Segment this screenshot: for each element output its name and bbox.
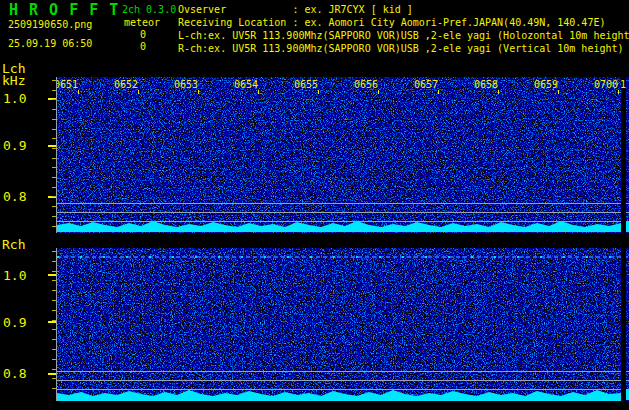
time-axis-label: 0652 (112, 80, 138, 90)
rch-freq-tick-0_9: 0.9 (3, 316, 26, 329)
datetime-label: 25.09.19 06:50 (8, 38, 92, 50)
rch-edge-gap (621, 248, 626, 401)
rch-freq-tick-1_0: 1.0 (3, 269, 26, 282)
rch-noise-texture (57, 248, 621, 401)
meteor-count-lch: 0 (106, 29, 146, 41)
lch-noise-texture (57, 77, 621, 233)
lch-reference-line (57, 203, 629, 204)
meteor-count-rch: 0 (106, 41, 146, 53)
observer-info-line: Ovserver : ex. JR7CYX [ kid ] (178, 4, 413, 16)
rch-channel-label: Rch (2, 239, 25, 251)
hrofft-window: H R O F F T 2ch 0.3.0 2509190650.png met… (0, 0, 629, 410)
time-axis-label: 0657 (412, 80, 438, 90)
app-title: H R O F F T (9, 3, 119, 17)
lch-freq-tick-0_9: 0.9 (3, 139, 26, 152)
location-info-line: Receiving Location : ex. Aomori City Aom… (178, 17, 605, 29)
lch-freq-tick-0_8: 0.8 (3, 190, 26, 203)
mode-label: meteor (124, 17, 160, 29)
filename-label: 2509190650.png (8, 19, 92, 31)
lch-reference-line (57, 212, 629, 213)
lch-spectrogram: 0651 0652 0653 0654 0655 0656 0657 0658 … (57, 77, 629, 233)
rch-spectrogram (57, 248, 629, 401)
time-axis-label: 0653 (172, 80, 198, 90)
lch-freq-tick-1_0: 1.0 (3, 92, 26, 105)
rch-reference-line (57, 371, 629, 372)
time-axis-label: 0655 (292, 80, 318, 90)
lch-carrier-band (57, 219, 621, 232)
time-axis-label: 0659 (532, 80, 558, 90)
time-axis-label: 0654 (232, 80, 258, 90)
rch-freq-tick-0_8: 0.8 (3, 367, 26, 380)
rch-rx-info-line: R-ch:ex. UV5R 113.900Mhz(SAPPORO VOR)USB… (178, 43, 624, 55)
lch-edge-gap (621, 77, 626, 233)
lch-khz-unit-label: kHz (2, 75, 25, 87)
time-tick-marks (78, 90, 620, 94)
version-label: 2ch 0.3.0 (122, 4, 176, 16)
time-axis-label: 0658 (472, 80, 498, 90)
time-axis-edge-label: 1 (620, 80, 629, 90)
rch-carrier-band (57, 388, 621, 401)
time-axis-label: 0656 (352, 80, 378, 90)
time-axis-label: 0651 (57, 80, 78, 90)
time-axis-label: 0700 (592, 80, 618, 90)
lch-rx-info-line: L-ch:ex. UV5R 113.900Mhz(SAPPORO VOR)USB… (178, 30, 629, 42)
rch-reference-line (57, 380, 629, 381)
rch-dashed-signal-line (57, 256, 629, 258)
